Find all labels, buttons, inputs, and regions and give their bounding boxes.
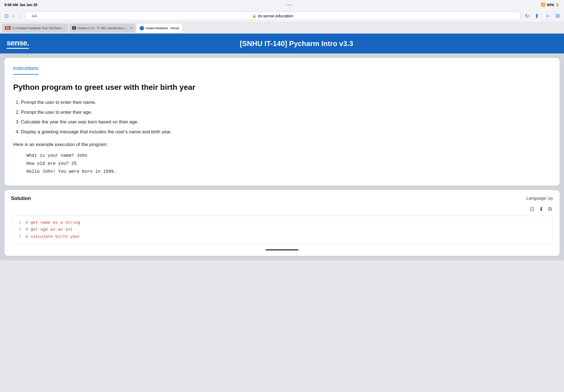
main-content: Instructions Python program to greet use…	[0, 53, 564, 260]
address-bar-wrapper: AA 🔒 its.sense.education	[25, 12, 520, 20]
tab1-label: 2-3 Instant Feedback Tool: PyCharm Intro…	[12, 26, 66, 30]
tab2-close-button[interactable]: ✕	[130, 26, 133, 30]
browser-controls: ⊡ ‹ ›	[3, 12, 22, 20]
list-item: Prompt the user to enter their name.	[21, 99, 551, 106]
back-button[interactable]: ‹	[12, 12, 16, 20]
solution-title: Solution	[11, 196, 31, 201]
expand-button[interactable]: ⧉	[548, 206, 552, 212]
app-header: sense. [SNHU IT-140] Pycharm Intro v3.3	[0, 34, 564, 53]
line-code-3: # calculate birth year	[26, 233, 80, 240]
sense-logo: sense.	[7, 39, 29, 49]
tab3-favicon: 🔵	[139, 26, 144, 30]
example-code-block: What is your name? John How old are you?…	[13, 152, 551, 175]
line-num-1: 1	[16, 219, 21, 226]
browser-actions: ⬆ ＋ ⧉	[533, 11, 561, 21]
status-time: 9:58 AM	[4, 3, 18, 7]
share-button[interactable]: ⬆	[533, 12, 540, 20]
battery-label: 93% 🔋	[547, 3, 560, 7]
solution-language: Language: py	[526, 196, 553, 201]
list-item: Calculate the year the user was born bas…	[21, 118, 551, 126]
scroll-indicator-area	[11, 249, 553, 250]
tab3-label: Instant feedback - Sense	[146, 26, 179, 30]
tabs-bar: DL 2-3 Instant Feedback Tool: PyCharm In…	[0, 23, 564, 34]
tabs-button[interactable]: ⧉	[555, 12, 561, 20]
app-title: [SNHU IT-140] Pycharm Intro v3.3	[36, 39, 557, 48]
battery-icon: 🔋	[555, 3, 560, 7]
wifi-icon: 📶	[541, 3, 545, 7]
tab-2[interactable]: Z Section 2.11 - IT 140: Introduction to…	[69, 24, 135, 33]
instructions-list: Prompt the user to enter their name. Pro…	[13, 99, 551, 135]
line-code-2: # get age as an int	[26, 226, 73, 233]
line-num-2: 2	[16, 226, 21, 233]
status-right-area: 📶 93% 🔋	[541, 3, 560, 7]
code-line-3: 3 # calculate birth year	[16, 233, 548, 240]
example-line-1: What is your name? John	[26, 152, 551, 160]
lock-icon: 🔒	[252, 14, 256, 18]
list-item: Prompt the user to enter their age.	[21, 109, 551, 116]
status-time-area: 9:58 AM Sat Jan 20	[4, 3, 37, 7]
scroll-indicator	[265, 249, 299, 250]
instructions-heading: Python program to greet user with their …	[13, 82, 551, 92]
tab2-label: Section 2.11 - IT 140: Introduction to S…	[78, 26, 128, 30]
solution-card: Solution Language: py ⊡ ⬇ ⧉ 1 # get name…	[4, 190, 560, 256]
tab2-favicon: Z	[72, 26, 76, 30]
tab-3[interactable]: 🔵 Instant feedback - Sense	[137, 24, 182, 33]
example-line-3: Hello John! You were born in 1999.	[26, 168, 551, 176]
code-line-1: 1 # get name as a string	[16, 219, 548, 226]
browser-chrome: ⊡ ‹ › AA 🔒 its.sense.education ↻ ⬆ ＋ ⧉	[0, 9, 564, 23]
example-intro: Here is an example execution of the prog…	[13, 142, 551, 147]
tab1-favicon: DL	[5, 26, 11, 30]
address-bar[interactable]: AA 🔒 its.sense.education	[25, 12, 520, 20]
line-num-3: 3	[16, 233, 21, 240]
forward-button[interactable]: ›	[18, 12, 22, 20]
solution-header: Solution Language: py	[11, 196, 553, 201]
instructions-card: Instructions Python program to greet use…	[4, 58, 560, 186]
download-button[interactable]: ⬇	[539, 206, 544, 212]
aa-text: AA	[32, 13, 37, 18]
new-tab-button[interactable]: ＋	[544, 11, 551, 21]
solution-actions: ⊡ ⬇ ⧉	[11, 206, 553, 212]
status-date: Sat Jan 20	[20, 3, 37, 7]
line-code-1: # get name as a string	[26, 219, 80, 226]
status-bar: 9:58 AM Sat Jan 20 ••• 📶 93% 🔋	[0, 0, 564, 9]
code-line-2: 2 # get age as an int	[16, 226, 548, 233]
tab-1[interactable]: DL 2-3 Instant Feedback Tool: PyCharm In…	[2, 24, 68, 33]
url-text: its.sense.education	[258, 13, 293, 18]
list-item: Display a greeting message that includes…	[21, 128, 551, 136]
code-editor[interactable]: 1 # get name as a string 2 # get age as …	[11, 216, 553, 244]
reload-button[interactable]: ↻	[524, 12, 530, 20]
status-dots: •••	[286, 3, 292, 7]
sidebar-button[interactable]: ⊡	[3, 12, 10, 20]
copy-icon-button[interactable]: ⊡	[530, 206, 535, 212]
example-line-2: How old are you? 25	[26, 160, 551, 168]
instructions-tab[interactable]: Instructions	[13, 66, 39, 75]
